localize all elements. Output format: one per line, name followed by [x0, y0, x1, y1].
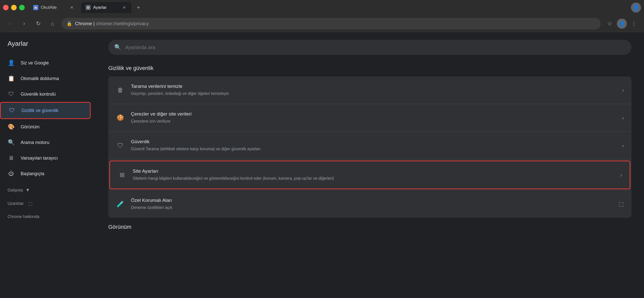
sidebar-label-guvenlik-kontrolu: Güvenlik kontrolü [21, 92, 56, 97]
ozel-title: Özel Korumalı Alan [131, 198, 613, 203]
settings-item-site-ayarlari[interactable]: ⊞ Site Ayarları Sitelerin hangi bilgiler… [109, 161, 630, 189]
address-bar[interactable]: 🔒 Chrome | chrome://settings/privacy [61, 18, 601, 29]
address-separator: | [92, 21, 96, 26]
cookie-icon: 🍪 [116, 113, 125, 122]
shield-check-icon: 🛡 [8, 91, 15, 97]
gelismis-label: Gelişmiş [8, 188, 23, 193]
address-path: chrome://settings/privacy [96, 21, 149, 26]
settings-item-cerezler[interactable]: 🍪 Çerezler ve diğer site verileri Çerezl… [108, 104, 631, 132]
settings-item-ozel-korumal-alan[interactable]: 🧪 Özel Korumalı Alan Deneme özellikleri … [108, 191, 631, 218]
site-ayarlari-desc: Sitelerin hangi bilgileri kullanabileceğ… [133, 175, 614, 181]
arrow-icon-cerezler: › [622, 115, 624, 121]
default-browser-icon: 🖥 [8, 155, 15, 161]
sidebar-label-arama-motoru: Arama motoru [21, 140, 49, 145]
security-shield-icon: 🛡 [116, 141, 125, 150]
person-icon: 👤 [8, 60, 15, 66]
privacy-section-title: Gizlilik ve güvenlik [108, 65, 631, 71]
profile-button[interactable]: 👤 [617, 19, 627, 29]
settings-item-text-tarama: Tarama verilerini temizle Geçmişi, çerez… [131, 84, 616, 97]
sidebar-label-otomatik-doldurma: Otomatik doldurma [21, 76, 59, 81]
uzantilar-label: Uzantılar [8, 201, 24, 206]
flask-icon: 🧪 [116, 200, 125, 209]
close-button[interactable] [3, 5, 9, 10]
external-icon-ozel: ⬚ [619, 201, 624, 207]
chrome-hakkinda-label: Chrome hakkında [8, 214, 39, 219]
maximize-button[interactable] [19, 5, 25, 10]
sidebar-label-baslangicta: Başlangıçta [21, 171, 44, 176]
site-settings-icon: ⊞ [118, 170, 127, 179]
search-bar-container: 🔍 [108, 40, 631, 55]
back-button[interactable]: ‹ [5, 19, 15, 29]
sidebar-item-gizlilik-ve-guvenlik[interactable]: 🛡 Gizlilik ve güvenlik [0, 102, 91, 119]
sidebar-label-gizlilik-ve-guvenlik: Gizlilik ve güvenlik [21, 108, 58, 113]
ozel-desc: Deneme özellikleri açık [131, 205, 613, 211]
autofill-icon: 📋 [8, 75, 15, 82]
forward-button[interactable]: › [19, 19, 29, 29]
sidebar-section-chrome-hakkinda[interactable]: Chrome hakkında [0, 208, 96, 221]
tab-title-ayarlar: Ayarlar [93, 5, 107, 10]
sidebar-item-otomatik-doldurma[interactable]: 📋 Otomatik doldurma [0, 71, 91, 86]
sidebar-item-gorunum[interactable]: 🎨 Görünüm [0, 119, 91, 135]
sidebar-item-siz-ve-google[interactable]: 👤 Siz ve Google [0, 55, 91, 71]
address-domain: Chrome [75, 21, 92, 26]
appearance-section-title: Görünüm [108, 224, 631, 230]
traffic-lights [3, 5, 25, 10]
external-link-icon: ⬚ [28, 201, 32, 206]
profile-avatar[interactable]: 👤 [631, 3, 641, 13]
home-button[interactable]: ⌂ [47, 19, 57, 29]
appearance-icon: 🎨 [8, 124, 15, 130]
lock-icon: 🔒 [66, 21, 72, 26]
sidebar-item-baslangicta[interactable]: ⏻ Başlangıçta [0, 166, 91, 181]
reload-button[interactable]: ↻ [33, 19, 43, 29]
site-ayarlari-title: Site Ayarları [133, 168, 614, 174]
search-input[interactable] [125, 45, 625, 50]
minimize-button[interactable] [11, 5, 17, 10]
settings-item-text-ozel: Özel Korumalı Alan Deneme özellikleri aç… [131, 198, 613, 211]
nav-right-actions: ☆ 👤 ⋮ [605, 19, 639, 29]
tarama-title: Tarama verilerini temizle [131, 84, 616, 89]
cerezler-title: Çerezler ve diğer site verileri [131, 111, 616, 117]
sidebar-item-guvenlik-kontrolu[interactable]: 🛡 Güvenlik kontrolü [0, 86, 91, 102]
profile-icon: 👤 [619, 21, 625, 27]
guvenlik-desc: Güvenli Tarama (tehlikeli sitelere karşı… [131, 146, 616, 152]
tarama-desc: Geçmişi, çerezleri, önbelleği ve diğer ö… [131, 91, 616, 97]
settings-item-guvenlik[interactable]: 🛡 Güvenlik Güvenli Tarama (tehlikeli sit… [108, 132, 631, 159]
trash-icon: 🗑 [116, 86, 125, 95]
sidebar-section-uzantilar[interactable]: Uzantılar ⬚ [0, 195, 96, 208]
sidebar-title: Ayarlar [0, 40, 96, 55]
sidebar-label-gorunum: Görünüm [21, 124, 40, 130]
browser-frame: 🏠 OkulAile ✕ ⚙ Ayarlar ✕ + 👤 ‹ › ↻ ⌂ 🔒 C… [0, 0, 644, 298]
sidebar: Ayarlar 👤 Siz ve Google 📋 Otomatik doldu… [0, 32, 96, 298]
settings-item-tarama-verileri[interactable]: 🗑 Tarama verilerini temizle Geçmişi, çer… [108, 77, 631, 104]
menu-button[interactable]: ⋮ [629, 19, 639, 29]
sidebar-item-varsayilan-tarayici[interactable]: 🖥 Varsayılan tarayıcı [0, 150, 91, 166]
tab-close-okulaile[interactable]: ✕ [69, 5, 75, 10]
search-icon: 🔍 [114, 44, 121, 51]
main-content: Ayarlar 👤 Siz ve Google 📋 Otomatik doldu… [0, 32, 644, 298]
avatar-icon: 👤 [633, 4, 639, 11]
settings-item-text-cerezler: Çerezler ve diğer site verileri Çerezler… [131, 111, 616, 124]
settings-item-text-guvenlik: Güvenlik Güvenli Tarama (tehlikeli sitel… [131, 139, 616, 152]
divider-3 [108, 159, 631, 160]
arrow-icon-tarama: › [622, 87, 624, 93]
sidebar-item-arama-motoru[interactable]: 🔍 Arama motoru [0, 135, 91, 150]
nav-bar: ‹ › ↻ ⌂ 🔒 Chrome | chrome://settings/pri… [0, 15, 644, 32]
sidebar-label-varsayilan-tarayici: Varsayılan tarayıcı [21, 156, 58, 161]
shield-privacy-icon: 🛡 [8, 107, 15, 114]
arrow-icon-guvenlik: › [622, 143, 624, 148]
guvenlik-title: Güvenlik [131, 139, 616, 144]
cerezler-desc: Çerezlere izin veriliyor [131, 118, 616, 124]
tab-favicon-ayarlar: ⚙ [86, 5, 91, 10]
tab-close-ayarlar[interactable]: ✕ [121, 5, 127, 10]
new-tab-button[interactable]: + [133, 3, 144, 13]
expand-icon: ▼ [25, 188, 30, 193]
tab-okulaile[interactable]: 🏠 OkulAile ✕ [29, 2, 79, 13]
address-text: Chrome | chrome://settings/privacy [75, 21, 149, 26]
tab-title-okulaile: OkulAile [41, 5, 57, 10]
tab-ayarlar[interactable]: ⚙ Ayarlar ✕ [81, 2, 131, 13]
sidebar-section-gelismis[interactable]: Gelişmiş ▼ [0, 181, 96, 195]
settings-item-text-site-ayarlari: Site Ayarları Sitelerin hangi bilgileri … [133, 168, 614, 181]
title-bar: 🏠 OkulAile ✕ ⚙ Ayarlar ✕ + 👤 [0, 0, 644, 15]
arrow-icon-site-ayarlari: › [620, 172, 622, 178]
bookmark-button[interactable]: ☆ [605, 19, 615, 29]
